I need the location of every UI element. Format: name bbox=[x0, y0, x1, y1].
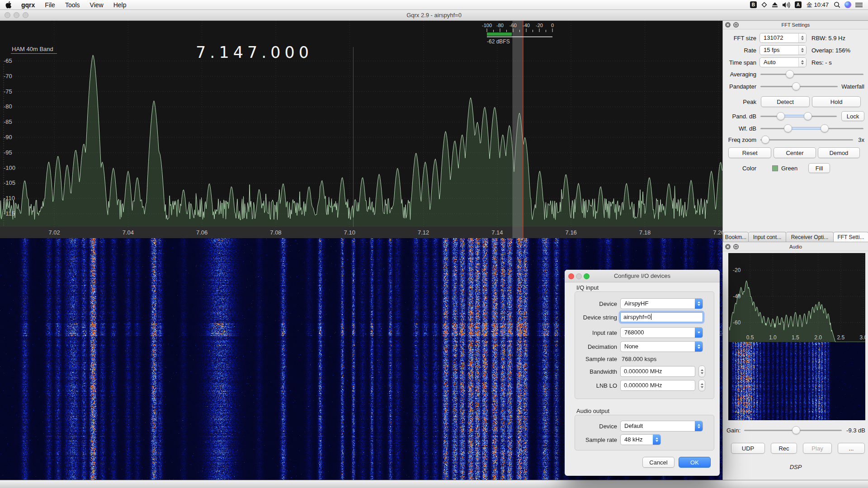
dock-float-icon[interactable] bbox=[733, 22, 739, 28]
notification-center-icon[interactable] bbox=[855, 2, 863, 8]
tab-receiver-options[interactable]: Receiver Opti... bbox=[786, 232, 834, 242]
input-rate-label: Input rate bbox=[569, 329, 617, 336]
ok-button[interactable]: OK bbox=[679, 457, 711, 468]
dialog-minimize-button[interactable] bbox=[576, 273, 582, 279]
stepper-icon[interactable] bbox=[695, 421, 703, 431]
more-options-button[interactable]: ... bbox=[838, 443, 865, 454]
lnb-lo-row: LNB LO 0.000000 MHz bbox=[569, 380, 705, 391]
menu-file[interactable]: File bbox=[40, 0, 60, 10]
svg-text:-80: -80 bbox=[496, 23, 504, 28]
waterfall-db-range-slider[interactable] bbox=[760, 124, 864, 133]
svg-text:1.0: 1.0 bbox=[769, 334, 777, 341]
frequency-display[interactable]: 7.147.000 bbox=[196, 43, 313, 61]
lnb-lo-field[interactable]: 0.000000 MHz bbox=[620, 380, 695, 391]
bookmark-band-tag[interactable]: HAM 40m Band bbox=[11, 46, 57, 54]
menu-clock[interactable]: 金 10:47 bbox=[806, 1, 830, 9]
pandapter-waterfall-split-row: Pandapter Waterfall bbox=[726, 81, 864, 92]
b-app-menu-icon[interactable]: B bbox=[750, 1, 757, 8]
stepper-icon[interactable] bbox=[798, 46, 806, 55]
spotlight-icon[interactable] bbox=[834, 1, 840, 8]
svg-text:-85: -85 bbox=[4, 118, 12, 125]
device-combo[interactable]: AirspyHF bbox=[620, 298, 703, 309]
tab-input-controls[interactable]: Input cont... bbox=[749, 232, 786, 242]
fft-size-combo[interactable]: 131072 bbox=[760, 33, 807, 43]
input-source-icon[interactable]: A bbox=[795, 1, 802, 8]
lock-button[interactable]: Lock bbox=[841, 111, 864, 121]
play-button[interactable]: Play bbox=[803, 443, 832, 454]
decimation-combo[interactable]: None bbox=[620, 341, 703, 352]
device-string-label: Device string bbox=[569, 314, 617, 321]
diamond-status-icon[interactable] bbox=[761, 1, 768, 8]
svg-text:-62 dBFS: -62 dBFS bbox=[487, 38, 510, 45]
siri-icon[interactable] bbox=[844, 1, 851, 8]
sample-rate-label: Sample rate bbox=[569, 356, 617, 362]
peak-row: Peak Detect Hold bbox=[726, 96, 864, 108]
stepper-icon[interactable] bbox=[653, 435, 660, 445]
chevron-down-icon[interactable] bbox=[695, 328, 703, 338]
svg-text:0: 0 bbox=[551, 23, 554, 28]
udp-button[interactable]: UDP bbox=[731, 443, 765, 454]
rate-combo[interactable]: 15 fps bbox=[760, 45, 807, 55]
stepper-icon[interactable] bbox=[695, 299, 703, 309]
averaging-slider[interactable] bbox=[760, 70, 864, 79]
stepper-icon[interactable] bbox=[798, 58, 806, 67]
input-rate-combo[interactable]: 768000 bbox=[620, 327, 703, 338]
tab-bookmarks[interactable]: Bookm... bbox=[723, 232, 749, 242]
rec-button[interactable]: Rec bbox=[771, 443, 797, 454]
gain-slider[interactable] bbox=[743, 426, 843, 435]
device-string-field[interactable]: airspyhf=0 bbox=[620, 312, 703, 322]
audio-waterfall[interactable] bbox=[728, 342, 865, 420]
audio-sample-rate-combo[interactable]: 48 kHz bbox=[620, 434, 661, 445]
dock-tab-bar: Bookm... Input cont... Receiver Opti... … bbox=[723, 232, 868, 242]
stepper-icon[interactable] bbox=[798, 33, 806, 42]
window-minimize-button[interactable] bbox=[14, 12, 19, 18]
tab-fft-settings[interactable]: FFT Setti... bbox=[834, 232, 868, 242]
center-button[interactable]: Center bbox=[774, 147, 816, 158]
window-zoom-button[interactable] bbox=[23, 12, 28, 18]
spectrum-plot[interactable]: -65-70-75-80-85-90-95-100-105-110-1157.0… bbox=[0, 21, 722, 238]
reset-button[interactable]: Reset bbox=[728, 147, 771, 158]
dock-close-icon[interactable] bbox=[725, 244, 731, 250]
menu-tools[interactable]: Tools bbox=[60, 0, 85, 10]
menu-help[interactable]: Help bbox=[108, 0, 132, 10]
audio-output-group-label: Audio output bbox=[576, 408, 609, 414]
bandwidth-stepper[interactable] bbox=[698, 366, 705, 377]
lnb-lo-stepper[interactable] bbox=[698, 380, 705, 391]
dock-float-icon[interactable] bbox=[733, 244, 739, 250]
menu-view[interactable]: View bbox=[85, 0, 108, 10]
menu-app-name[interactable]: gqrx bbox=[16, 0, 40, 10]
apple-menu[interactable] bbox=[0, 0, 16, 10]
dialog-zoom-button[interactable] bbox=[584, 273, 590, 279]
svg-text:-20: -20 bbox=[733, 267, 741, 273]
audio-device-combo[interactable]: Default bbox=[620, 421, 703, 432]
window-close-button[interactable] bbox=[5, 12, 10, 18]
svg-text:7.02: 7.02 bbox=[48, 229, 60, 236]
audio-buttons-row: UDP Rec Play ... bbox=[731, 443, 865, 454]
eject-icon[interactable] bbox=[772, 2, 778, 8]
pandapter-spectrum[interactable]: -65-70-75-80-85-90-95-100-105-110-1157.0… bbox=[0, 21, 722, 238]
svg-text:7.06: 7.06 bbox=[196, 229, 208, 236]
bandwidth-field[interactable]: 0.000000 MHz bbox=[620, 366, 695, 377]
decimation-label: Decimation bbox=[569, 343, 617, 350]
split-slider[interactable] bbox=[760, 82, 839, 91]
stepper-icon[interactable] bbox=[695, 342, 703, 352]
peak-detect-button[interactable]: Detect bbox=[761, 96, 810, 107]
demod-button[interactable]: Demod bbox=[818, 147, 860, 158]
cancel-button[interactable]: Cancel bbox=[642, 457, 675, 468]
time-span-combo[interactable]: Auto bbox=[760, 57, 807, 67]
svg-text:7.14: 7.14 bbox=[491, 229, 503, 236]
gain-value: -9.3 dB bbox=[846, 427, 865, 434]
pandapter-db-range-slider[interactable] bbox=[760, 112, 838, 121]
dialog-close-button[interactable] bbox=[568, 273, 574, 279]
volume-icon[interactable] bbox=[782, 2, 791, 8]
dock-close-icon[interactable] bbox=[725, 22, 731, 28]
freq-zoom-slider[interactable] bbox=[760, 135, 854, 144]
input-rate-row: Input rate 768000 bbox=[569, 327, 703, 338]
rate-label: Rate bbox=[726, 47, 756, 54]
audio-spectrum-plot[interactable]: -20-40-600.51.01.52.02.53.0 bbox=[728, 253, 865, 342]
audio-gain-row: Gain: -9.3 dB bbox=[726, 425, 865, 436]
peak-hold-button[interactable]: Hold bbox=[812, 96, 861, 107]
fill-button[interactable]: Fill bbox=[808, 163, 830, 173]
svg-text:-100: -100 bbox=[4, 164, 15, 171]
fft-settings-title: FFT Settings bbox=[782, 22, 810, 28]
